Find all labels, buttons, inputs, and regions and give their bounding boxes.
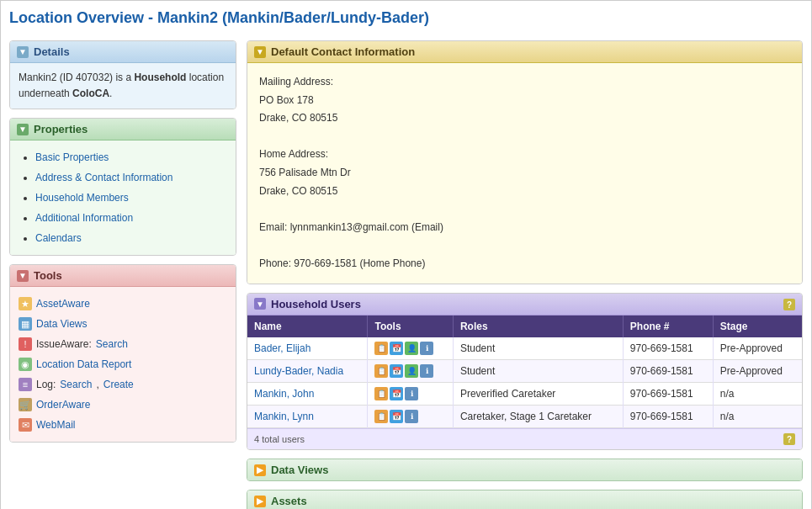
list-item: 🛒 OrderAware xyxy=(19,395,227,415)
user-stage-cell: n/a xyxy=(713,383,802,406)
users-table: Name Tools Roles Phone # Stage Bader, El… xyxy=(247,315,802,428)
properties-arrow-icon: ▼ xyxy=(17,124,29,135)
table-header-row: Name Tools Roles Phone # Stage xyxy=(247,315,802,337)
address-contact-link[interactable]: Address & Contact Information xyxy=(35,172,172,183)
col-roles: Roles xyxy=(453,315,623,337)
list-item: ✉ WebMail xyxy=(19,415,227,435)
info-icon[interactable]: ℹ xyxy=(405,410,418,423)
orderaware-link[interactable]: OrderAware xyxy=(36,395,90,415)
copy-icon[interactable]: 📋 xyxy=(374,387,388,400)
user-name-cell: Mankin, Lynn xyxy=(247,406,368,428)
assets-title: Assets xyxy=(271,495,307,507)
household-members-link[interactable]: Household Members xyxy=(35,192,129,204)
order-icon: 🛒 xyxy=(19,398,32,411)
mailing-line-1: PO Box 178 xyxy=(259,92,790,110)
user-link[interactable]: Lundy-Bader, Nadia xyxy=(254,365,343,377)
user-link[interactable]: Mankin, John xyxy=(254,388,314,400)
page-title: Location Overview - Mankin2 (Mankin/Bade… xyxy=(9,9,803,30)
copy-icon[interactable]: 📋 xyxy=(374,410,388,423)
details-arrow-icon: ▼ xyxy=(17,46,29,58)
user-phone-cell: 970-669-1581 xyxy=(623,383,713,406)
issue-icon: ! xyxy=(19,337,32,351)
total-users-text: 4 total users xyxy=(254,434,305,444)
data-icon: ▦ xyxy=(19,317,32,331)
list-item: Household Members xyxy=(35,188,227,208)
info-icon[interactable]: ℹ xyxy=(405,387,418,400)
contact-panel: ▼ Default Contact Information Mailing Ad… xyxy=(247,40,803,284)
log-search-link[interactable]: Search xyxy=(60,374,92,395)
data-views-panel: ▶ Data Views xyxy=(247,459,803,481)
info-icon[interactable]: ℹ xyxy=(420,364,433,378)
contact-header: ▼ Default Contact Information xyxy=(247,41,802,63)
list-item: Additional Information xyxy=(35,208,227,228)
home-address-section: Home Address: 756 Palisade Mtn Dr Drake,… xyxy=(259,146,790,200)
webmail-link[interactable]: WebMail xyxy=(36,415,75,435)
copy-icon[interactable]: 📋 xyxy=(374,342,388,355)
log-create-link[interactable]: Create xyxy=(103,374,134,395)
details-panel: ▼ Details Mankin2 (ID 407032) is a House… xyxy=(9,40,236,109)
additional-info-link[interactable]: Additional Information xyxy=(35,212,133,224)
cal-icon[interactable]: 📅 xyxy=(390,364,403,378)
dataviews-link[interactable]: Data Views xyxy=(36,314,87,334)
details-text-before: Mankin2 (ID 407032) is a xyxy=(19,72,134,83)
users-table-body: Bader, Elijah 📋 📅 👤 ℹ Student xyxy=(247,337,802,428)
col-name: Name xyxy=(247,315,368,337)
users-header-help-icon[interactable]: ? xyxy=(783,299,795,310)
table-footer-help-icon[interactable]: ? xyxy=(783,433,795,445)
home-label: Home Address: xyxy=(259,146,790,164)
add-user-icon[interactable]: 👤 xyxy=(405,342,418,355)
user-name-cell: Mankin, John xyxy=(247,383,368,406)
properties-body: Basic Properties Address & Contact Infor… xyxy=(10,141,236,255)
cal-icon[interactable]: 📅 xyxy=(390,387,403,400)
user-tools-icons: 📋 📅 ℹ xyxy=(374,410,445,423)
location-icon: ◉ xyxy=(19,358,32,371)
list-item: ! IssueAware: Search xyxy=(19,334,227,354)
user-tools-icons: 📋 📅 👤 ℹ xyxy=(374,342,445,355)
user-roles-cell: Student xyxy=(453,337,623,360)
user-link[interactable]: Bader, Elijah xyxy=(254,342,310,354)
location-report-link[interactable]: Location Data Report xyxy=(36,354,131,374)
details-body: Mankin2 (ID 407032) is a Household locat… xyxy=(10,63,236,109)
issueaware-text: IssueAware: xyxy=(36,334,92,354)
cal-icon[interactable]: 📅 xyxy=(390,342,403,355)
user-link[interactable]: Mankin, Lynn xyxy=(254,411,314,422)
user-roles-cell: Student xyxy=(453,360,623,383)
log-separator: , xyxy=(96,374,98,395)
add-user-icon[interactable]: 👤 xyxy=(405,364,418,378)
user-roles-cell: Caretaker, Stage 1 Caretaker xyxy=(453,406,623,428)
table-row: Bader, Elijah 📋 📅 👤 ℹ Student xyxy=(247,337,802,360)
contact-body: Mailing Address: PO Box 178 Drake, CO 80… xyxy=(247,63,802,284)
mailing-address-section: Mailing Address: PO Box 178 Drake, CO 80… xyxy=(259,73,790,128)
left-column: ▼ Details Mankin2 (ID 407032) is a House… xyxy=(9,40,236,443)
page-wrapper: Location Overview - Mankin2 (Mankin/Bade… xyxy=(0,0,812,509)
calendars-link[interactable]: Calendars xyxy=(35,232,82,244)
assets-header[interactable]: ▶ Assets xyxy=(247,490,802,509)
user-roles-cell: Preverified Caretaker xyxy=(453,383,623,406)
main-layout: ▼ Details Mankin2 (ID 407032) is a House… xyxy=(9,40,803,509)
list-item: ▦ Data Views xyxy=(19,314,227,334)
issueaware-search-link[interactable]: Search xyxy=(96,334,128,354)
right-column: ▼ Default Contact Information Mailing Ad… xyxy=(247,40,803,509)
info-icon[interactable]: ℹ xyxy=(420,342,433,355)
asset-icon: ★ xyxy=(19,297,32,310)
tools-list: ★ AssetAware ▦ Data Views ! IssueAware: … xyxy=(19,294,227,435)
data-views-header[interactable]: ▶ Data Views xyxy=(247,459,802,480)
user-tools-cell: 📋 📅 👤 ℹ xyxy=(368,337,453,360)
user-phone-cell: 970-669-1581 xyxy=(623,337,713,360)
data-views-arrow-icon: ▶ xyxy=(254,464,266,476)
details-header: ▼ Details xyxy=(10,41,236,63)
details-bold-household: Household xyxy=(134,72,186,83)
col-phone: Phone # xyxy=(623,315,713,337)
cal-icon[interactable]: 📅 xyxy=(390,410,403,423)
users-title: Household Users xyxy=(271,298,361,310)
table-row: Mankin, Lynn 📋 📅 ℹ Caretaker, Stage 1 Ca… xyxy=(247,406,802,428)
list-item: ◉ Location Data Report xyxy=(19,354,227,374)
user-phone-cell: 970-669-1581 xyxy=(623,360,713,383)
assets-panel: ▶ Assets xyxy=(247,490,803,509)
users-table-wrapper: Name Tools Roles Phone # Stage Bader, El… xyxy=(247,315,802,449)
list-item: Calendars xyxy=(35,228,227,248)
basic-properties-link[interactable]: Basic Properties xyxy=(35,151,109,163)
copy-icon[interactable]: 📋 xyxy=(374,364,388,378)
assetaware-link[interactable]: AssetAware xyxy=(36,294,90,314)
user-stage-cell: n/a xyxy=(713,406,802,428)
